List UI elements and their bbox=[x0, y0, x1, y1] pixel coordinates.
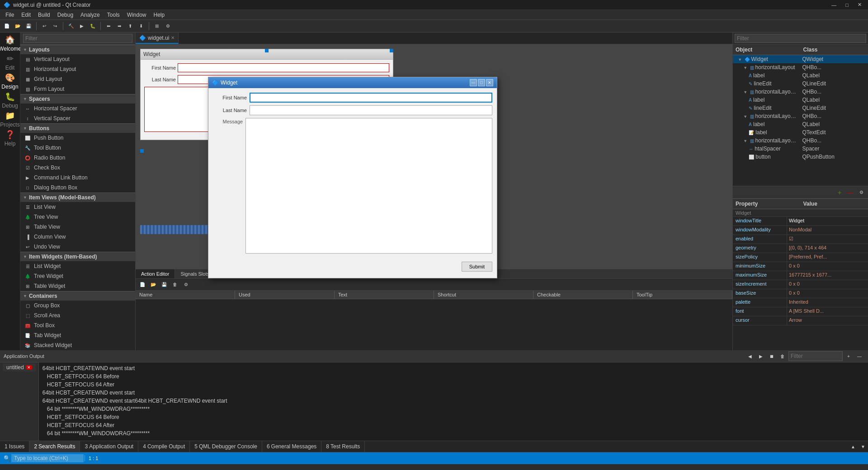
widget-push-button[interactable]: ⬜ Push Button bbox=[20, 133, 135, 143]
category-buttons[interactable]: Buttons bbox=[20, 123, 135, 133]
toolbar-save[interactable]: 💾 bbox=[24, 21, 33, 31]
toolbar-new[interactable]: 📄 bbox=[2, 21, 12, 31]
prop-value[interactable]: NonModal bbox=[787, 226, 868, 235]
prop-add-btn[interactable]: + bbox=[835, 188, 844, 197]
tab-search-results[interactable]: 2 Search Results bbox=[29, 441, 80, 452]
tree-row-lineedit1[interactable]: ✎lineEdit QLineEdit bbox=[733, 80, 868, 88]
action-open-btn[interactable]: 📂 bbox=[148, 280, 158, 290]
dialog-firstname-input[interactable] bbox=[250, 93, 492, 103]
prop-remove-btn[interactable]: — bbox=[845, 188, 855, 197]
menu-analyze[interactable]: Analyze bbox=[77, 10, 104, 19]
form-firstname-input[interactable] bbox=[178, 63, 389, 72]
menu-build[interactable]: Build bbox=[34, 10, 54, 19]
tree-row-hlayout2[interactable]: ▼ ▥horizontalLayout_2 QHBo... bbox=[733, 88, 868, 96]
tab-app-output[interactable]: 3 Application Output bbox=[80, 441, 138, 452]
widget-grid-layout[interactable]: ▦ Grid Layout bbox=[20, 74, 135, 84]
category-spacers[interactable]: Spacers bbox=[20, 94, 135, 103]
dialog-lastname-input[interactable] bbox=[250, 105, 492, 115]
prop-row-geometry[interactable]: geometry [(0, 0), 714 x 464 bbox=[733, 244, 868, 253]
dialog-maximize-btn[interactable]: □ bbox=[478, 79, 485, 86]
prop-value[interactable]: [Preferred, Pref... bbox=[787, 253, 868, 262]
tree-row-lineedit2[interactable]: ✎lineEdit QLineEdit bbox=[733, 104, 868, 112]
category-layouts[interactable]: Layouts bbox=[20, 45, 135, 54]
widget-list-widget[interactable]: ☰ List Widget bbox=[20, 261, 135, 271]
prop-value[interactable]: 0 x 0 bbox=[787, 262, 868, 271]
dialog-message-textarea[interactable] bbox=[245, 118, 492, 254]
toolbar-align-right[interactable]: ➡ bbox=[114, 21, 124, 31]
dialog-close-btn[interactable]: ✕ bbox=[486, 79, 493, 86]
tab-scroll-up[interactable]: ▲ bbox=[848, 442, 858, 451]
prop-value[interactable]: 0 x 0 bbox=[787, 280, 868, 289]
tree-row-hlayout3[interactable]: ▼ ▥horizontalLayout_3 QHBo... bbox=[733, 112, 868, 120]
tree-row-hlayout4[interactable]: ▼ ▥horizontalLayout_4 QHBo... bbox=[733, 136, 868, 145]
widget-check-box[interactable]: ☑ Check Box bbox=[20, 163, 135, 173]
menu-tools[interactable]: Tools bbox=[104, 10, 123, 19]
widget-form-layout[interactable]: ▧ Form Layout bbox=[20, 84, 135, 94]
nav-help[interactable]: ❓ Help bbox=[1, 129, 19, 147]
tree-row-button[interactable]: ⬜button QPushButton bbox=[733, 153, 868, 161]
menu-help[interactable]: Help bbox=[150, 10, 169, 19]
tree-row-label2[interactable]: Alabel QLabel bbox=[733, 96, 868, 104]
widget-filter-input[interactable] bbox=[23, 34, 132, 43]
widget-vertical-layout[interactable]: ▤ Vertical Layout bbox=[20, 54, 135, 64]
widget-stacked-widget[interactable]: 📚 Stacked Widget bbox=[20, 340, 135, 350]
prop-row-enabled[interactable]: enabled ☑ bbox=[733, 235, 868, 244]
object-filter-input[interactable] bbox=[735, 34, 866, 43]
prop-row-minsize[interactable]: minimumSize 0 x 0 bbox=[733, 262, 868, 271]
prop-value[interactable]: ☑ bbox=[787, 235, 868, 244]
prop-row-palette[interactable]: palette Inherited bbox=[733, 298, 868, 307]
output-stop-btn[interactable]: ⏹ bbox=[767, 351, 777, 361]
prop-row-maxsize[interactable]: maximumSize 16777215 x 1677... bbox=[733, 271, 868, 280]
output-collapse-btn[interactable]: — bbox=[854, 351, 864, 361]
widget-command-link-button[interactable]: ▶ Command Link Button bbox=[20, 173, 135, 183]
widget-list-view[interactable]: ☰ List View bbox=[20, 202, 135, 212]
design-tab-close[interactable]: ✕ bbox=[171, 35, 175, 40]
toolbar-run[interactable]: ▶ bbox=[77, 21, 87, 31]
title-bar-right[interactable]: — □ ✕ bbox=[829, 1, 864, 9]
prop-value[interactable]: [(0, 0), 714 x 464 bbox=[787, 244, 868, 253]
tree-row-label3[interactable]: Alabel QLabel bbox=[733, 120, 868, 128]
status-line-col[interactable]: 1 : 1 bbox=[86, 452, 101, 464]
prop-value[interactable]: Inherited bbox=[787, 298, 868, 307]
prop-row-sizepolicy[interactable]: sizePolicy [Preferred, Pref... bbox=[733, 253, 868, 262]
category-item-views[interactable]: Item Views (Model-Based) bbox=[20, 193, 135, 202]
widget-table-view[interactable]: ⊞ Table View bbox=[20, 222, 135, 232]
widget-tool-box[interactable]: 🧰 Tool Box bbox=[20, 320, 135, 330]
toolbar-build[interactable]: 🔨 bbox=[66, 21, 76, 31]
widget-tool-button[interactable]: 🔧 Tool Button bbox=[20, 143, 135, 153]
prop-row-sizeincr[interactable]: sizeIncrement 0 x 0 bbox=[733, 280, 868, 289]
prop-row-cursor[interactable]: cursor Arrow bbox=[733, 316, 868, 325]
prop-row-basesize[interactable]: baseSize 0 x 0 bbox=[733, 289, 868, 298]
widget-radio-button[interactable]: ⭕ Radio Button bbox=[20, 153, 135, 163]
toolbar-debug[interactable]: 🐛 bbox=[88, 21, 98, 31]
prop-value[interactable]: 16777215 x 1677... bbox=[787, 271, 868, 280]
toolbar-align-bottom[interactable]: ⬇ bbox=[136, 21, 146, 31]
nav-welcome[interactable]: 🏠 Welcome bbox=[1, 34, 19, 52]
dialog-submit-button[interactable]: Submit bbox=[462, 262, 492, 272]
dialog-minimize-btn[interactable]: — bbox=[470, 79, 477, 86]
toolbar-grid[interactable]: ⊞ bbox=[152, 21, 162, 31]
prop-row-font[interactable]: font A [MS Shell D... bbox=[733, 307, 868, 316]
toolbar-undo[interactable]: ↩ bbox=[39, 21, 49, 31]
tab-scroll-down[interactable]: ▼ bbox=[858, 442, 868, 451]
toolbar-settings[interactable]: ⚙ bbox=[163, 21, 173, 31]
category-containers[interactable]: Containers bbox=[20, 291, 135, 301]
prop-value[interactable]: Widget bbox=[787, 217, 868, 226]
menu-window[interactable]: Window bbox=[123, 10, 150, 19]
minimize-button[interactable]: — bbox=[829, 1, 839, 9]
action-new-btn[interactable]: 📄 bbox=[137, 280, 147, 290]
tab-qml-debugger[interactable]: 5 QML Debugger Console bbox=[190, 441, 262, 452]
tab-issues[interactable]: 1 Issues bbox=[0, 441, 29, 452]
output-clear-btn[interactable]: 🗑 bbox=[778, 351, 788, 361]
toolbar-redo[interactable]: ↪ bbox=[50, 21, 60, 31]
output-next-btn[interactable]: ▶ bbox=[756, 351, 766, 361]
prop-row-windowtitle[interactable]: windowTitle Widget bbox=[733, 217, 868, 226]
status-locate-input[interactable] bbox=[11, 454, 84, 462]
widget-h-spacer[interactable]: ↔ Horizontal Spacer bbox=[20, 103, 135, 113]
widget-v-spacer[interactable]: ↕ Vertical Spacer bbox=[20, 113, 135, 123]
widget-tree-widget[interactable]: 🌲 Tree Widget bbox=[20, 271, 135, 281]
menu-debug[interactable]: Debug bbox=[54, 10, 77, 19]
action-save-btn[interactable]: 💾 bbox=[159, 280, 169, 290]
action-editor-tab[interactable]: Action Editor bbox=[136, 269, 175, 278]
prop-row-modality[interactable]: windowModality NonModal bbox=[733, 226, 868, 235]
